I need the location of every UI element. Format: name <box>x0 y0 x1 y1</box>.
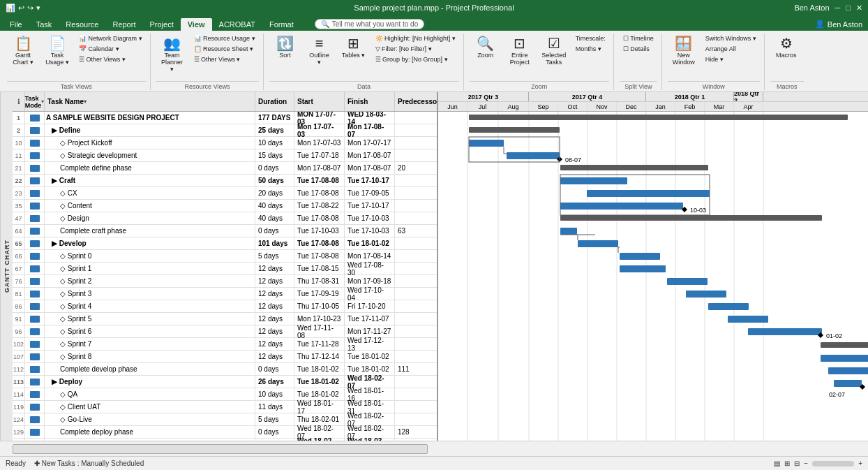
gantt-months: Jun Jul Aug Sep Oct Nov Dec Jan Feb Mar … <box>438 102 868 111</box>
gantt-bar-row11 <box>507 152 560 159</box>
row-task-name: ◇ Sprint 4 <box>45 300 255 312</box>
row-task-name: ◇ Project Kickoff <box>45 137 255 149</box>
timescale-button[interactable]: Timescale: <box>572 34 609 43</box>
macros-icon: ⚙ <box>780 36 793 50</box>
tab-format[interactable]: Format <box>262 18 301 31</box>
switch-windows-button[interactable]: Switch Windows ▾ <box>702 34 760 43</box>
gantt-bar-row65 <box>560 215 822 221</box>
table-row[interactable]: 91 ◇ Sprint 5 12 days Mon 17-10-23 Tue 1… <box>13 313 437 325</box>
quick-access[interactable]: 📊 ↩ ↪ ▾ <box>6 3 89 13</box>
tab-resource[interactable]: Resource <box>59 18 105 31</box>
table-row[interactable]: 47 ◇ Design 40 days Tue 17-08-08 Tue 17-… <box>13 212 437 225</box>
table-row[interactable]: 23 ◇ CX 20 days Tue 17-08-08 Tue 17-09-0… <box>13 187 437 200</box>
table-row[interactable]: 10 ◇ Project Kickoff 10 days Mon 17-07-0… <box>13 137 437 149</box>
table-row[interactable]: 81 ◇ Sprint 3 12 days Tue 17-09-19 Wed 1… <box>13 288 437 300</box>
gantt-bar-row10 <box>469 140 504 147</box>
view-normal-icon[interactable]: ▤ <box>774 460 780 467</box>
col-duration-header[interactable]: Duration <box>255 92 294 111</box>
table-row[interactable]: 35 ◇ Content 40 days Tue 17-08-22 Tue 17… <box>13 200 437 212</box>
row-finish: Wed 18-02-07 <box>345 376 395 388</box>
col-finish-header[interactable]: Finish <box>345 92 395 111</box>
view-resource-icon[interactable]: ⊟ <box>794 460 800 467</box>
redo-icon[interactable]: ↪ <box>27 3 33 13</box>
calendar-button[interactable]: 📅 Calendar ▾ <box>75 44 146 54</box>
row-mode <box>25 263 45 274</box>
highlight-button[interactable]: 🔆 Highlight: [No Highlight] ▾ <box>372 34 459 43</box>
col-pred-header[interactable]: Predecessors ▾ <box>395 92 437 111</box>
close-button[interactable]: ✕ <box>856 3 862 13</box>
zoom-out-icon[interactable]: − <box>804 460 808 467</box>
month-aug: Aug <box>498 102 529 111</box>
arrange-all-button[interactable]: Arrange All <box>702 44 760 54</box>
row-task-name: ▶ Develop <box>45 237 255 249</box>
row-finish: Mon 17-08-07 <box>345 124 395 136</box>
resource-sheet-button[interactable]: 📋 Resource Sheet ▾ <box>190 44 259 54</box>
macros-label: Macros <box>776 52 797 59</box>
gantt-bar-row102 <box>728 316 768 323</box>
tab-acrobat[interactable]: ACROBAT <box>212 18 262 31</box>
col-taskname-header[interactable]: Task Name ▾ <box>45 92 255 111</box>
group-by-button[interactable]: ☰ Group by: [No Group] ▾ <box>372 54 459 64</box>
gantt-chart-button[interactable]: 📋 GanttChart ▾ <box>7 34 39 68</box>
details-button[interactable]: ☐ Details <box>620 44 657 54</box>
selected-tasks-button[interactable]: ☑ SelectedTasks <box>538 34 570 68</box>
minimize-button[interactable]: ─ <box>835 3 841 12</box>
entire-project-button[interactable]: ⊡ EntireProject <box>504 34 536 68</box>
col-mode-header[interactable]: TaskMode ▾ <box>25 92 45 111</box>
table-row[interactable]: 22 ▶ Craft 50 days Tue 17-08-08 Tue 17-1… <box>13 175 437 187</box>
window-title: Sample project plan.mpp - Project Profes… <box>89 3 779 12</box>
tab-file[interactable]: File <box>3 18 29 31</box>
gantt-body: 08-07 10-03 <box>438 112 868 441</box>
col-start-header[interactable]: Start <box>294 92 345 111</box>
horizontal-scrollbar[interactable] <box>13 444 428 454</box>
row-number: 1 <box>13 112 25 124</box>
new-window-button[interactable]: 🪟 NewWindow <box>668 34 700 68</box>
network-diagram-button[interactable]: 📊 Network Diagram ▾ <box>75 34 146 43</box>
outline-button[interactable]: ≡ Outline ▾ <box>304 34 336 68</box>
tables-button[interactable]: ⊞ Tables ▾ <box>338 34 370 61</box>
hide-button[interactable]: Hide ▾ <box>702 54 760 64</box>
resource-other-views-button[interactable]: ☰ Other Views ▾ <box>190 54 259 64</box>
row-duration: 40 days <box>255 212 294 224</box>
new-window-icon: 🪟 <box>675 36 692 50</box>
timescale-months-button[interactable]: Months ▾ <box>572 44 609 54</box>
table-row[interactable]: 130 ▶ Evaluate 25 days Wed 18-02-07 Wed … <box>13 439 437 441</box>
task-views-col: 📊 Network Diagram ▾ 📅 Calendar ▾ ☰ Other… <box>75 34 146 64</box>
tell-me-box[interactable]: 🔍 Tell me what you want to do <box>315 19 424 29</box>
table-row[interactable]: 67 ◇ Sprint 1 12 days Tue 17-08-15 Wed 1… <box>13 263 437 275</box>
row-mode <box>25 200 45 212</box>
filter-button[interactable]: ▽ Filter: [No Filter] ▾ <box>372 44 459 54</box>
row-pred <box>395 237 437 249</box>
team-planner-button[interactable]: 👥 TeamPlanner ▾ <box>156 34 188 75</box>
split-view-col: ☐ Timeline ☐ Details <box>620 34 657 54</box>
table-row[interactable]: 64 Complete craft phase 0 days Tue 17-10… <box>13 225 437 237</box>
macros-button[interactable]: ⚙ Macros <box>770 34 802 61</box>
tab-report[interactable]: Report <box>105 18 142 31</box>
restore-button[interactable]: □ <box>846 3 851 12</box>
table-row[interactable]: 21 Complete define phase 0 days Mon 17-0… <box>13 162 437 175</box>
other-views-button[interactable]: ☰ Other Views ▾ <box>75 54 146 64</box>
undo-icon[interactable]: ↩ <box>18 3 24 13</box>
gantt-bar-row91 <box>686 291 726 298</box>
table-row[interactable]: 86 ◇ Sprint 4 12 days Thu 17-10-05 Fri 1… <box>13 300 437 313</box>
resource-usage-button[interactable]: 📊 Resource Usage ▾ <box>190 34 259 43</box>
tab-task[interactable]: Task <box>29 18 59 31</box>
zoom-button[interactable]: 🔍 Zoom <box>470 34 502 61</box>
sort-button[interactable]: 🔃 Sort <box>269 34 301 61</box>
tab-project[interactable]: Project <box>142 18 180 31</box>
table-row[interactable]: 2 ▶ Define 25 days Mon 17-07-03 Mon 17-0… <box>13 124 437 137</box>
view-gantt-icon[interactable]: ⊞ <box>784 460 790 467</box>
row-start: Thu 17-08-31 <box>294 275 345 287</box>
zoom-in-icon[interactable]: + <box>858 460 862 467</box>
table-row[interactable]: 11 ◇ Strategic development 15 days Tue 1… <box>13 149 437 162</box>
quick-save-icon[interactable]: ▾ <box>36 3 40 13</box>
task-usage-button[interactable]: 📄 TaskUsage ▾ <box>41 34 73 68</box>
zoom-slider[interactable] <box>812 461 854 467</box>
scroll-area[interactable] <box>0 441 868 456</box>
timeline-button[interactable]: ☐ Timeline <box>620 34 657 43</box>
table-row[interactable]: 65 ▶ Develop 101 days Tue 17-08-08 Tue 1… <box>13 237 437 250</box>
tab-view[interactable]: View <box>181 18 212 31</box>
entire-project-label: EntireProject <box>510 52 530 66</box>
table-row[interactable]: 107 ◇ Sprint 8 12 days Thu 17-12-14 Tue … <box>13 351 437 363</box>
table-row[interactable]: 102 ◇ Sprint 7 12 days Tue 17-11-28 Wed … <box>13 338 437 351</box>
